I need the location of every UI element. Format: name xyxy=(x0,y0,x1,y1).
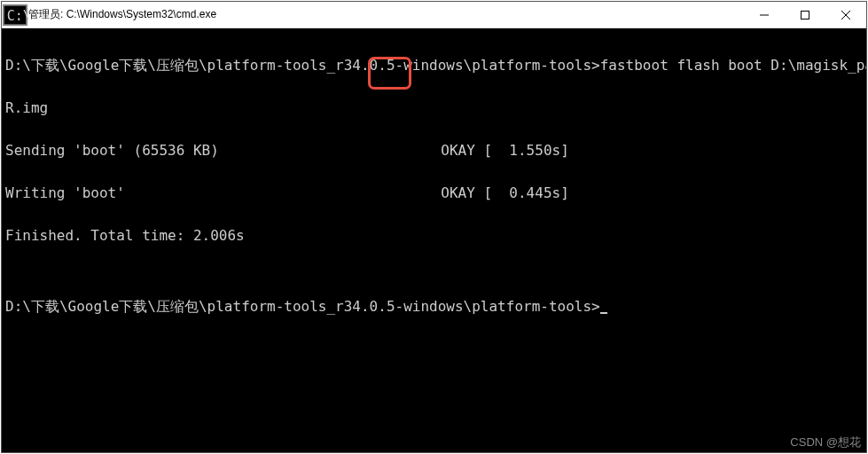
minimize-button[interactable] xyxy=(744,2,785,27)
status-okay: OKAY xyxy=(441,142,475,159)
cursor xyxy=(600,312,607,314)
terminal-line: Writing 'boot' OKAY [ 0.445s] xyxy=(5,186,863,200)
terminal-line: R.img xyxy=(5,101,863,115)
status-okay: OKAY xyxy=(441,184,475,201)
timing-text: [ 0.445s] xyxy=(475,184,569,201)
terminal-line: Sending 'boot' (65536 KB) OKAY [ 1.550s] xyxy=(5,144,863,158)
prompt: D:\下载\Google下载\压缩包\platform-tools_r34.0.… xyxy=(5,298,600,315)
terminal[interactable]: D:\下载\Google下载\压缩包\platform-tools_r34.0.… xyxy=(2,28,866,452)
titlebar[interactable]: C:\ 管理员: C:\Windows\System32\cmd.exe xyxy=(2,2,866,28)
prompt: D:\下载\Google下载\压缩包\platform-tools_r34.0.… xyxy=(5,57,600,74)
window-title: 管理员: C:\Windows\System32\cmd.exe xyxy=(28,7,744,22)
close-button[interactable] xyxy=(825,2,866,27)
output-text: Writing 'boot' xyxy=(5,184,441,201)
watermark: CSDN @想花 xyxy=(790,434,861,450)
window: C:\ 管理员: C:\Windows\System32\cmd.exe D:\… xyxy=(1,1,867,453)
terminal-line: D:\下载\Google下载\压缩包\platform-tools_r34.0.… xyxy=(5,300,863,314)
output-text: Sending 'boot' (65536 KB) xyxy=(5,142,441,159)
svg-text:C:\: C:\ xyxy=(7,7,28,23)
cmd-icon: C:\ xyxy=(2,2,28,28)
svg-rect-3 xyxy=(802,11,809,19)
maximize-button[interactable] xyxy=(785,2,825,27)
timing-text: [ 1.550s] xyxy=(475,142,569,159)
window-controls xyxy=(744,2,866,27)
command-text: fastboot flash boot D:\magisk_patched-26… xyxy=(600,57,866,74)
terminal-line: Finished. Total time: 2.006s xyxy=(5,229,863,243)
terminal-line: D:\下载\Google下载\压缩包\platform-tools_r34.0.… xyxy=(5,59,863,73)
